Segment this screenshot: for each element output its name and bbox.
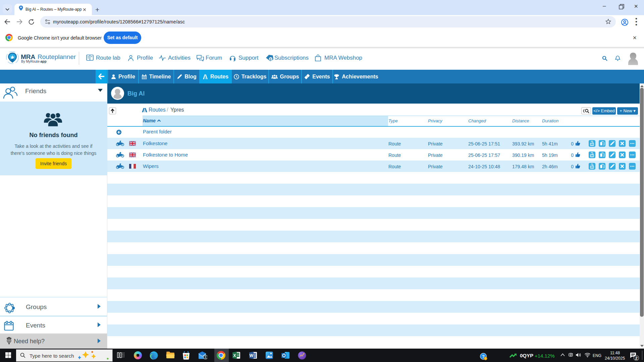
svg-text:€: € (270, 57, 272, 61)
svg-text:1: 1 (205, 355, 207, 359)
svg-text:2: 2 (635, 356, 637, 361)
svg-text:W: W (250, 353, 254, 358)
svg-text:X: X (233, 353, 236, 358)
